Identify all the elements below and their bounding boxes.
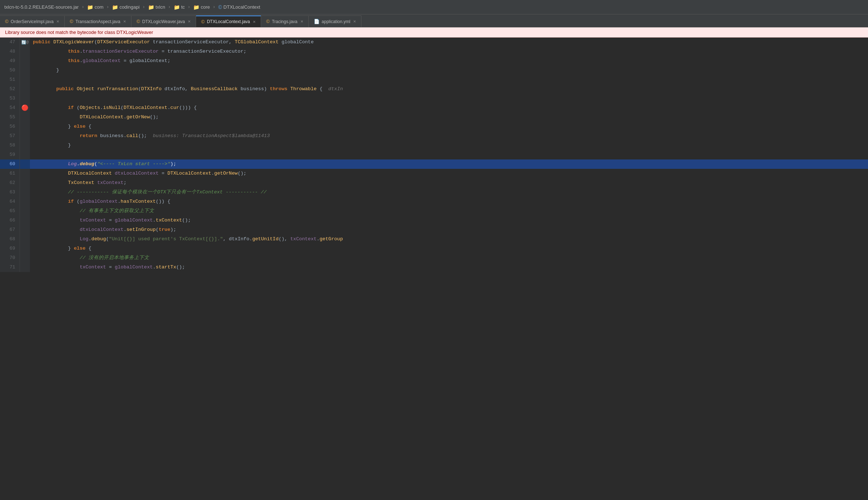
code-content-69[interactable]: } else {	[30, 244, 868, 253]
code-line-51: 51	[0, 75, 868, 84]
code-line-60: 60 Log.debug("<---- TxLcn start ---->");	[0, 159, 868, 169]
tab-close-tracings[interactable]: ✕	[300, 19, 303, 23]
code-content-52[interactable]: public Object runTransaction(DTXInfo dtx…	[30, 84, 868, 94]
code-content-47[interactable]: public DTXLogicWeaver(DTXServiceExecutor…	[30, 38, 868, 47]
code-line-50: 50 }	[0, 66, 868, 75]
tab-dtxlocal[interactable]: © DTXLocalContext.java ✕	[196, 16, 261, 27]
line-number-48: 48	[0, 47, 20, 56]
tabs-bar: © OrderServiceImpl.java ✕ © TransactionA…	[0, 14, 868, 27]
code-content-54[interactable]: if (Objects.isNull(DTXLocalContext.cur()…	[30, 103, 868, 113]
tab-order[interactable]: © OrderServiceImpl.java ✕	[0, 16, 65, 27]
code-line-57: 57 return business.call(); business: Tra…	[0, 131, 868, 141]
gutter-50	[20, 66, 30, 75]
line-number-61: 61	[0, 169, 20, 178]
code-line-70: 70 // 没有的开启本地事务上下文	[0, 253, 868, 263]
code-content-67[interactable]: dtxLocalContext.setInGroup(true);	[30, 225, 868, 234]
gutter-58	[20, 141, 30, 150]
class-icon: ©	[218, 4, 222, 10]
gutter-49	[20, 56, 30, 66]
gutter-59	[20, 150, 30, 159]
gutter-71	[20, 263, 30, 272]
code-content-58[interactable]: }	[30, 141, 868, 150]
line-number-68: 68	[0, 234, 20, 244]
breadcrumb-class[interactable]: © DTXLocalContext	[218, 4, 260, 10]
code-content-50[interactable]: }	[30, 66, 868, 75]
breadcrumb-com[interactable]: 📁 com	[87, 4, 104, 10]
code-line-53: 53	[0, 94, 868, 103]
breakpoint-icon-54[interactable]: 🔴	[21, 104, 29, 111]
line-number-62: 62	[0, 178, 20, 188]
gutter-52	[20, 84, 30, 94]
code-content-56[interactable]: } else {	[30, 122, 868, 131]
at-icon-47: @	[26, 40, 29, 44]
code-content-51	[30, 75, 868, 84]
line-number-53: 53	[0, 94, 20, 103]
code-line-71: 71 txContext = globalContext.startTx();	[0, 263, 868, 272]
folder-icon-3: 📁	[148, 4, 154, 10]
code-line-61: 61 DTXLocalContext dtxLocalContext = DTX…	[0, 169, 868, 178]
code-content-57[interactable]: return business.call(); business: Transa…	[30, 131, 868, 141]
breadcrumb-tc[interactable]: 📁 tc	[174, 4, 185, 10]
tab-application[interactable]: 📄 application.yml ✕	[309, 16, 361, 27]
gutter-53	[20, 94, 30, 103]
code-content-66[interactable]: txContext = globalContext.txContext();	[30, 216, 868, 225]
line-number-57: 57	[0, 131, 20, 141]
warning-bar: Library source does not match the byteco…	[0, 27, 868, 38]
refresh-icon-47: 🔄	[21, 40, 26, 45]
code-area: 47 🔄 @ public DTXLogicWeaver(DTXServiceE…	[0, 38, 868, 272]
breadcrumb-core[interactable]: 📁 core	[193, 4, 210, 10]
code-content-70[interactable]: // 没有的开启本地事务上下文	[30, 253, 868, 263]
gutter-63	[20, 188, 30, 197]
breadcrumb-codingapi[interactable]: 📁 codingapi	[112, 4, 140, 10]
line-number-69: 69	[0, 244, 20, 253]
line-number-71: 71	[0, 263, 20, 272]
line-number-51: 51	[0, 75, 20, 84]
line-number-49: 49	[0, 56, 20, 66]
gutter-56	[20, 122, 30, 131]
code-content-63[interactable]: // ----------- 保证每个模块在一个DTX下只会有一个TxConte…	[30, 188, 868, 197]
tab-icon-tracings: ©	[266, 19, 270, 24]
code-content-55[interactable]: DTXLocalContext.getOrNew();	[30, 113, 868, 122]
code-line-62: 62 TxContext txContext;	[0, 178, 868, 188]
jar-name: txlcn-tc-5.0.2.RELEASE-sources.jar	[4, 4, 79, 10]
line-number-58: 58	[0, 141, 20, 150]
tab-icon-transaction: ©	[70, 19, 73, 24]
code-content-62[interactable]: TxContext txContext;	[30, 178, 868, 188]
code-content-49[interactable]: this.globalContext = globalContext;	[30, 56, 868, 66]
tab-close-application[interactable]: ✕	[353, 19, 356, 23]
code-content-60[interactable]: Log.debug("<---- TxLcn start ---->");	[30, 159, 868, 169]
gutter-68	[20, 234, 30, 244]
line-number-64: 64	[0, 197, 20, 206]
tab-transaction[interactable]: © TransactionAspect.java ✕	[65, 16, 131, 27]
title-bar: txlcn-tc-5.0.2.RELEASE-sources.jar › 📁 c…	[0, 0, 868, 14]
line-number-65: 65	[0, 206, 20, 216]
tab-close-dtxlogic[interactable]: ✕	[188, 19, 191, 23]
code-content-61[interactable]: DTXLocalContext dtxLocalContext = DTXLoc…	[30, 169, 868, 178]
code-content-68[interactable]: Log.debug("Unit[{}] used parent's TxCont…	[30, 234, 868, 244]
breadcrumb-txlcn[interactable]: 📁 txlcn	[148, 4, 165, 10]
folder-icon-2: 📁	[112, 4, 118, 10]
code-line-63: 63 // ----------- 保证每个模块在一个DTX下只会有一个TxCo…	[0, 188, 868, 197]
gutter-54: 🔴	[20, 103, 30, 113]
folder-icon-5: 📁	[193, 4, 199, 10]
code-content-71[interactable]: txContext = globalContext.startTx();	[30, 263, 868, 272]
code-content-64[interactable]: if (globalContext.hasTxContext()) {	[30, 197, 868, 206]
code-content-65[interactable]: // 有事务上下文的获取父上下文	[30, 206, 868, 216]
tab-close-order[interactable]: ✕	[56, 19, 59, 23]
code-line-48: 48 this.transactionServiceExecutor = tra…	[0, 47, 868, 56]
tab-close-transaction[interactable]: ✕	[123, 19, 126, 23]
gutter-65	[20, 206, 30, 216]
code-content-59	[30, 150, 868, 159]
gutter-67	[20, 225, 30, 234]
code-content-53	[30, 94, 868, 103]
tab-tracings[interactable]: © Tracings.java ✕	[261, 16, 309, 27]
line-number-63: 63	[0, 188, 20, 197]
line-number-67: 67	[0, 225, 20, 234]
code-content-48[interactable]: this.transactionServiceExecutor = transa…	[30, 47, 868, 56]
tab-icon-dtxlocal: ©	[201, 19, 205, 25]
tab-close-dtxlocal[interactable]: ✕	[253, 20, 256, 24]
code-line-55: 55 DTXLocalContext.getOrNew();	[0, 113, 868, 122]
gutter-70	[20, 253, 30, 263]
tab-dtxlogic[interactable]: © DTXLogicWeaver.java ✕	[131, 16, 196, 27]
line-number-47: 47	[0, 38, 20, 47]
